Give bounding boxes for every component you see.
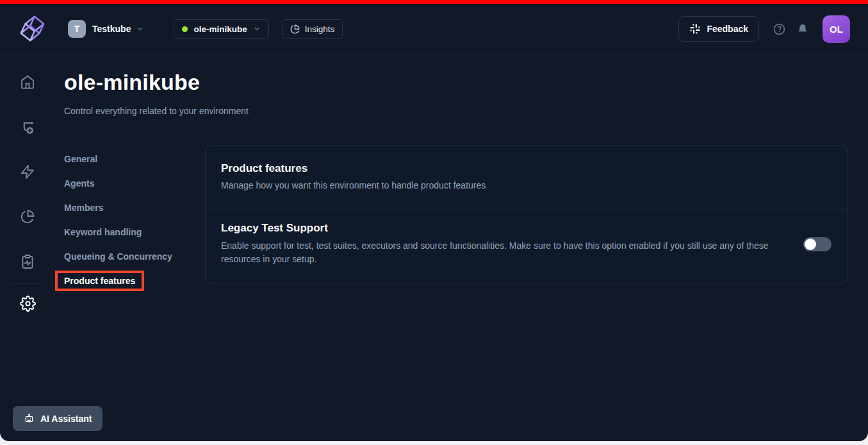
robot-icon [24,413,35,424]
product-features-card: Product features Manage how you want thi… [205,146,848,283]
card-header: Product features Manage how you want thi… [206,146,847,208]
environment-selector[interactable]: ole-minikube [174,19,268,39]
nav-item-general[interactable]: General [64,147,205,171]
nav-item-members[interactable]: Members [64,196,205,220]
feedback-button[interactable]: Feedback [678,16,759,42]
nav-item-agents[interactable]: Agents [64,171,205,196]
ai-assistant-label: AI Assistant [40,414,92,424]
page-content: ole-minikube Control everything related … [0,55,868,441]
testkube-logo[interactable] [18,13,47,44]
nav-item-label: Agents [64,178,94,189]
pie-chart-icon [290,24,300,34]
nav-item-product-features[interactable]: Product features [64,269,205,293]
screen: T Testkube ole-minikube In [0,0,868,445]
legacy-test-support-toggle[interactable] [803,237,831,251]
org-avatar: T [68,20,86,38]
nav-item-keyword-handling[interactable]: Keyword handling [64,220,205,244]
chevron-down-icon [136,25,144,33]
nav-item-queueing-concurrency[interactable]: Queueing & Concurrency [64,244,205,269]
top-bar: T Testkube ole-minikube In [0,4,868,55]
legacy-test-support-row: Legacy Test Support Enable support for t… [206,208,847,283]
help-circle-icon [773,23,785,35]
card-subtitle: Manage how you want this environment to … [221,180,831,190]
bell-icon [797,23,808,35]
feedback-label: Feedback [707,24,748,34]
env-status-dot [182,26,188,32]
ai-assistant-button[interactable]: AI Assistant [13,406,102,431]
main-area: ole-minikube Control everything related … [0,55,868,441]
nav-item-label: General [64,154,97,164]
nav-item-label: Product features [64,276,135,286]
insights-label: Insights [305,24,335,34]
card-title: Product features [221,162,831,175]
chevron-down-icon [253,25,261,33]
app-window: T Testkube ole-minikube In [0,4,868,441]
help-button[interactable] [773,23,785,35]
user-avatar[interactable]: OL [823,15,850,43]
notifications-button[interactable] [797,23,808,35]
nav-item-label: Keyword handling [64,227,142,237]
insights-button[interactable]: Insights [282,19,343,39]
settings-nav: General Agents Members Keyword handling … [64,146,205,293]
org-selector[interactable]: T Testkube [68,20,144,38]
page-title: ole-minikube [64,70,848,95]
annotation-highlight-box: Product features [55,271,144,291]
nav-item-label: Members [64,203,103,213]
slack-icon [689,23,701,35]
legacy-test-support-description: Enable support for test, test suites, ex… [221,239,785,266]
legacy-test-support-title: Legacy Test Support [221,222,785,235]
toggle-knob [805,239,816,250]
nav-item-label: Queueing & Concurrency [64,251,172,262]
testkube-logo-icon [18,13,47,44]
recording-indicator-bar [0,0,868,4]
page-subtitle: Control everything related to your envir… [64,106,848,116]
environment-name: ole-minikube [193,24,247,34]
org-name: Testkube [92,24,131,34]
